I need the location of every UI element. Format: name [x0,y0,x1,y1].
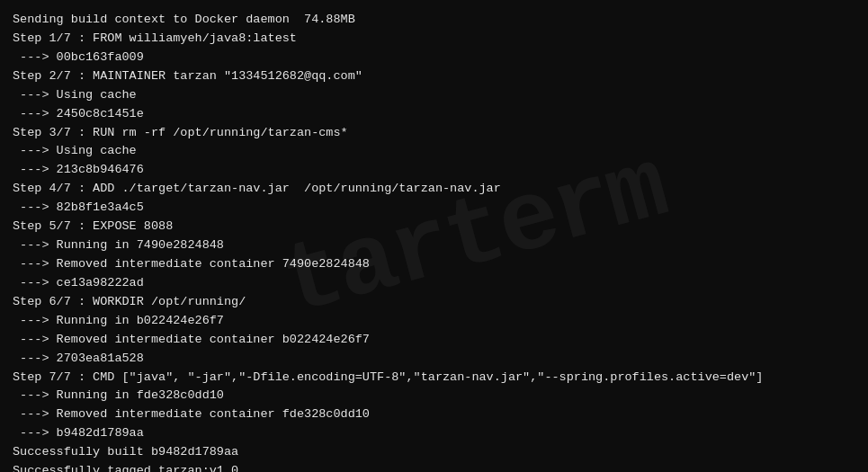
terminal-line: Successfully tagged tarzan:v1.0 [13,462,855,472]
terminal-line: ---> 2703ea81a528 [13,350,855,369]
terminal-line: Step 2/7 : MAINTAINER tarzan "1334512682… [13,67,855,86]
terminal-line: Step 7/7 : CMD ["java", "-jar","-Dfile.e… [13,369,855,387]
terminal-line: Step 4/7 : ADD ./target/tarzan-nav.jar /… [13,180,855,199]
terminal-line: ---> 82b8f1e3a4c5 [13,199,855,218]
terminal-line: ---> 213c8b946476 [13,161,855,180]
terminal-line: ---> Removed intermediate container b022… [13,331,855,350]
terminal-window: tarterm Sending build context to Docker … [0,0,868,472]
terminal-content: Sending build context to Docker daemon 7… [13,11,855,472]
terminal-line: ---> Running in 7490e2824848 [13,236,855,255]
terminal-line: Step 5/7 : EXPOSE 8088 [13,218,855,236]
terminal-line: ---> b9482d1789aa [13,424,855,443]
terminal-line: Step 6/7 : WORKDIR /opt/running/ [13,293,855,312]
terminal-line: ---> 2450c8c1451e [13,105,855,124]
terminal-line: ---> 00bc163fa009 [13,49,855,67]
terminal-line: ---> Running in fde328c0dd10 [13,387,855,405]
terminal-line: Sending build context to Docker daemon 7… [13,11,855,30]
terminal-line: ---> ce13a98222ad [13,274,855,293]
terminal-line: Step 3/7 : RUN rm -rf /opt/running/tarza… [13,124,855,143]
terminal-line: ---> Running in b022424e26f7 [13,312,855,331]
terminal-line: ---> Using cache [13,86,855,105]
terminal-line: Successfully built b9482d1789aa [13,443,855,462]
terminal-line: ---> Using cache [13,142,855,161]
terminal-line: ---> Removed intermediate container fde3… [13,405,855,424]
terminal-line: Step 1/7 : FROM williamyeh/java8:latest [13,30,855,49]
terminal-line: ---> Removed intermediate container 7490… [13,255,855,274]
